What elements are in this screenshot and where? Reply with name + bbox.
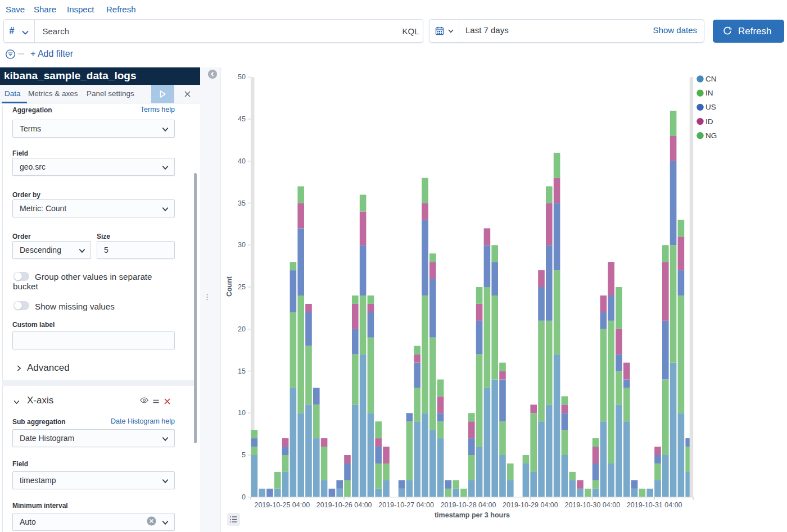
svg-text:timestamp per 3 hours: timestamp per 3 hours xyxy=(435,511,510,519)
svg-text:5: 5 xyxy=(242,451,246,459)
svg-text:NG: NG xyxy=(705,131,717,140)
svg-text:2019-10-25 04:00: 2019-10-25 04:00 xyxy=(254,501,310,509)
svg-text:45: 45 xyxy=(238,115,246,123)
svg-text:25: 25 xyxy=(238,283,246,291)
svg-text:35: 35 xyxy=(238,199,246,207)
svg-text:40: 40 xyxy=(238,157,246,165)
svg-text:2019-10-26 04:00: 2019-10-26 04:00 xyxy=(316,501,372,509)
svg-text:15: 15 xyxy=(238,367,246,375)
svg-text:2019-10-28 04:00: 2019-10-28 04:00 xyxy=(441,501,496,509)
svg-text:ID: ID xyxy=(705,117,713,126)
svg-text:30: 30 xyxy=(238,241,246,249)
svg-text:2019-10-30 04:00: 2019-10-30 04:00 xyxy=(564,501,620,509)
svg-text:US: US xyxy=(705,103,716,111)
svg-text:10: 10 xyxy=(238,409,246,417)
svg-text:0: 0 xyxy=(242,493,246,501)
svg-text:IN: IN xyxy=(705,89,713,97)
svg-text:20: 20 xyxy=(238,325,246,333)
svg-text:2019-10-27 04:00: 2019-10-27 04:00 xyxy=(378,501,434,509)
svg-text:CN: CN xyxy=(705,75,717,83)
svg-text:Count: Count xyxy=(225,276,233,297)
svg-text:50: 50 xyxy=(238,73,246,81)
svg-text:2019-10-29 04:00: 2019-10-29 04:00 xyxy=(503,501,558,509)
svg-text:2019-10-31 04:00: 2019-10-31 04:00 xyxy=(627,501,682,509)
